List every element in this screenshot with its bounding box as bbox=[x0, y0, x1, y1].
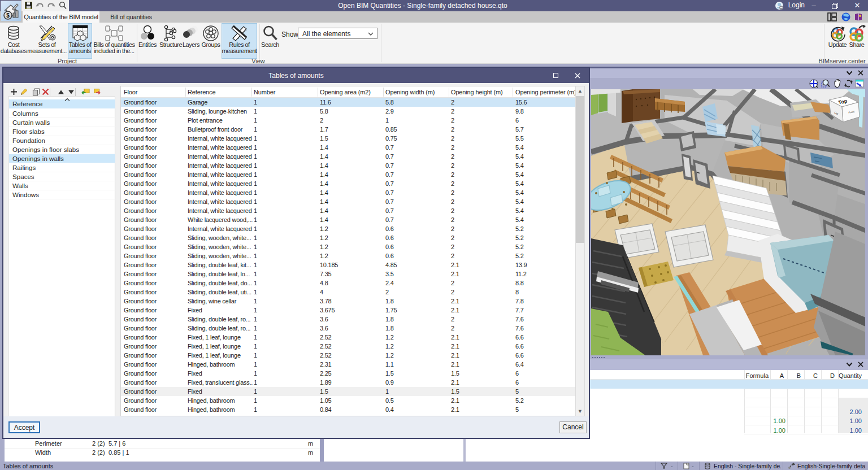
svg-text:$: $ bbox=[6, 12, 10, 19]
